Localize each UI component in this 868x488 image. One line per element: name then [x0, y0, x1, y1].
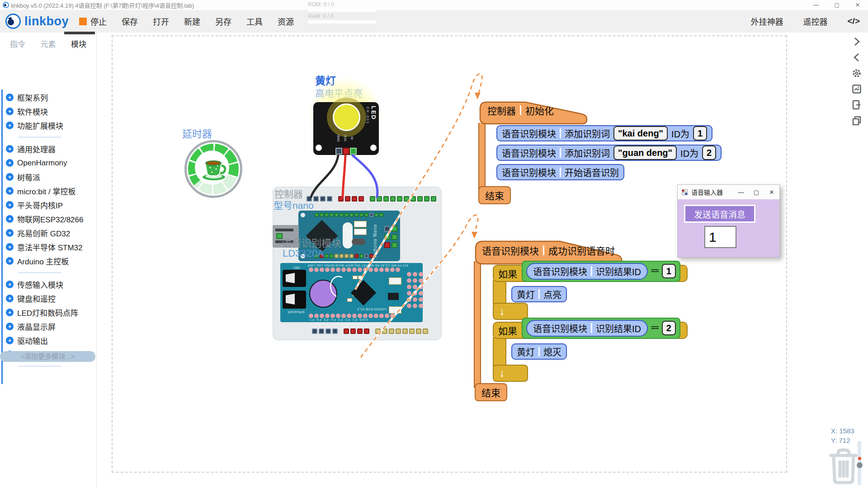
- voice-window-titlebar[interactable]: 语音输入器 — ▢ ✕: [678, 185, 779, 199]
- menu-tools[interactable]: 工具: [246, 15, 263, 27]
- rom-ram-meter: ROM: 0 / 0 RAM: 0 / 0: [308, 1, 380, 25]
- code-view-icon[interactable]: </>: [848, 16, 860, 26]
- if-block-2[interactable]: 如果 语音识别模块 识别结果ID == 2: [493, 322, 688, 339]
- event-end-block[interactable]: 结束: [475, 383, 507, 401]
- menu-new[interactable]: 新建: [184, 15, 200, 27]
- sidebar-item-物联网ESP32/8266[interactable]: +物联网ESP32/8266: [0, 212, 96, 226]
- init-hat-text[interactable]: 控制器初始化: [487, 103, 554, 117]
- stmt-light-on[interactable]: 黄灯 点亮: [511, 286, 567, 302]
- sidebar-item-Arduino 主控板[interactable]: +Arduino 主控板: [0, 254, 96, 268]
- stop-icon: [79, 18, 87, 25]
- event-hat-text[interactable]: 语音识别模块成功识别语音时: [482, 244, 615, 257]
- plus-icon: +: [6, 337, 14, 344]
- id-value-chip[interactable]: 1: [693, 126, 707, 141]
- image-icon[interactable]: [851, 84, 862, 94]
- voice-module-subtitle-label: LD3320A: [283, 248, 324, 259]
- delay-module-label: 延时器: [182, 126, 212, 140]
- word-value-chip[interactable]: "kai deng": [613, 126, 668, 141]
- send-voice-message-button[interactable]: 发送语音消息: [684, 205, 755, 223]
- if-block-1[interactable]: 如果 语音识别模块 识别结果ID == 1: [493, 265, 688, 282]
- menu-stop[interactable]: 停止: [79, 15, 107, 27]
- trash-icon[interactable]: [826, 446, 862, 486]
- sidebar-item-功能扩展模块[interactable]: +功能扩展模块: [0, 118, 96, 132]
- remote-control-button[interactable]: 遥控器: [803, 15, 828, 27]
- sidebar-item-框架系列[interactable]: +框架系列: [0, 90, 96, 104]
- add-more-modules-button[interactable]: <添加更多模块...>: [0, 351, 95, 362]
- sidebar-item-兆易创新 GD32[interactable]: +兆易创新 GD32: [0, 226, 96, 240]
- stmt-add-word-1[interactable]: 语音识别模块 添加识别词 "kai deng" ID为 1: [496, 125, 712, 141]
- result-id-oval[interactable]: 语音识别模块 识别结果ID: [526, 320, 648, 337]
- delay-module[interactable]: [184, 140, 242, 198]
- sidebar-item-平头哥内核IP[interactable]: +平头哥内核IP: [0, 198, 96, 212]
- compare-value-chip[interactable]: 1: [662, 264, 676, 278]
- sidebar-item-软件模块[interactable]: +软件模块: [0, 104, 96, 118]
- tab-elements[interactable]: 元素: [41, 38, 56, 49]
- sidebar-item-传感输入模块[interactable]: +传感输入模块: [0, 277, 96, 291]
- voice-message-input[interactable]: [704, 226, 736, 248]
- led-in-pin: [350, 148, 357, 155]
- sidebar-item-树莓派[interactable]: +树莓派: [0, 170, 96, 184]
- plus-icon: +: [6, 229, 14, 237]
- sidebar-list: +框架系列+软件模块+功能扩展模块+通用处理器+OpenHarmony+树莓派+…: [0, 90, 96, 371]
- sidebar-item-label: 液晶显示屏: [17, 321, 56, 332]
- menu-save[interactable]: 保存: [122, 15, 138, 27]
- app-logo-small-icon: [3, 2, 9, 8]
- sidebar-item-通用处理器[interactable]: +通用处理器: [0, 142, 96, 156]
- menu-resources[interactable]: 资源: [278, 15, 294, 27]
- event-spine: [474, 261, 481, 388]
- stmt-start-recognition[interactable]: 语音识别模块 开始语音识别: [496, 164, 624, 180]
- active-tab-indicator: [64, 32, 95, 34]
- plus-icon: +: [6, 281, 14, 288]
- chevron-left-icon[interactable]: [851, 52, 862, 63]
- import-page-icon[interactable]: [851, 99, 862, 110]
- sidebar-item-micro:bit / 掌控板[interactable]: +micro:bit / 掌控板: [0, 184, 96, 198]
- led-pin-in-label: IN: [350, 136, 354, 140]
- minimize-button[interactable]: —: [806, 0, 826, 10]
- if-footer-1[interactable]: ↓: [493, 303, 528, 320]
- id-value-chip[interactable]: 2: [702, 145, 716, 160]
- init-end-block[interactable]: 结束: [478, 186, 511, 204]
- sidebar-item-label: LED灯和数码点阵: [17, 307, 78, 318]
- voice-minimize-button[interactable]: —: [733, 189, 749, 196]
- speaker-jack: [283, 291, 306, 309]
- stmt-add-word-2[interactable]: 语音识别模块 添加识别词 "guan deng" ID为 2: [496, 145, 722, 161]
- menu-open[interactable]: 打开: [153, 15, 169, 27]
- menu-save-as[interactable]: 另存: [215, 15, 231, 27]
- led-chip-code: CK-001: [366, 107, 370, 124]
- sidebar-item-意法半导体 STM32[interactable]: +意法半导体 STM32: [0, 240, 96, 254]
- zoom-slider-handle[interactable]: [857, 462, 863, 468]
- voice-maximize-button[interactable]: ▢: [749, 189, 764, 196]
- plus-icon: +: [6, 323, 14, 330]
- condition-2[interactable]: 语音识别模块 识别结果ID == 2: [522, 318, 680, 339]
- copy-icon[interactable]: [851, 115, 862, 126]
- stmt-light-off[interactable]: 黄灯 熄灭: [511, 343, 567, 360]
- result-id-oval[interactable]: 语音识别模块 识别结果ID: [526, 263, 648, 280]
- ld-purple-cap: [309, 280, 337, 308]
- gear-icon[interactable]: [851, 68, 862, 79]
- led-module[interactable]: LED CK-001 GND VCC IN: [313, 102, 379, 155]
- tab-modules[interactable]: 模块: [71, 38, 86, 49]
- ld-pin-grid: [407, 272, 423, 308]
- maximize-button[interactable]: ▢: [826, 0, 847, 10]
- cursor-x-coordinate: X: 1583: [831, 427, 854, 435]
- word-value-chip[interactable]: "guan deng": [613, 145, 677, 160]
- ld-chip: [351, 280, 377, 306]
- sidebar-item-label: micro:bit / 掌控板: [17, 185, 75, 197]
- sidebar-item-LED灯和数码点阵[interactable]: +LED灯和数码点阵: [0, 305, 96, 319]
- voice-close-button[interactable]: ✕: [764, 189, 779, 196]
- close-button[interactable]: ✕: [847, 0, 868, 10]
- sidebar-item-键盘和遥控[interactable]: +键盘和遥控: [0, 291, 96, 305]
- sidebar-item-液晶显示屏[interactable]: +液晶显示屏: [0, 319, 96, 333]
- chevron-right-icon[interactable]: [851, 36, 862, 47]
- sidebar-item-OpenHarmony[interactable]: +OpenHarmony: [0, 156, 96, 170]
- voice-input-window[interactable]: 语音输入器 — ▢ ✕ 发送语音消息: [677, 184, 780, 258]
- compare-value-chip[interactable]: 2: [662, 321, 676, 335]
- sidebar-item-驱动输出[interactable]: +驱动输出: [0, 333, 96, 347]
- plus-icon: +: [6, 145, 14, 153]
- condition-1[interactable]: 语音识别模块 识别结果ID == 1: [522, 261, 680, 282]
- tab-instructions[interactable]: 指令: [10, 38, 25, 49]
- init-spine: [478, 123, 486, 189]
- main-toolbar: linkboy 停止 保存 打开 新建 另存 工具 资源 外挂神器 遥控器 </…: [0, 10, 868, 33]
- plugin-tools-button[interactable]: 外挂神器: [751, 15, 783, 27]
- if-footer-2[interactable]: ↓: [493, 365, 528, 382]
